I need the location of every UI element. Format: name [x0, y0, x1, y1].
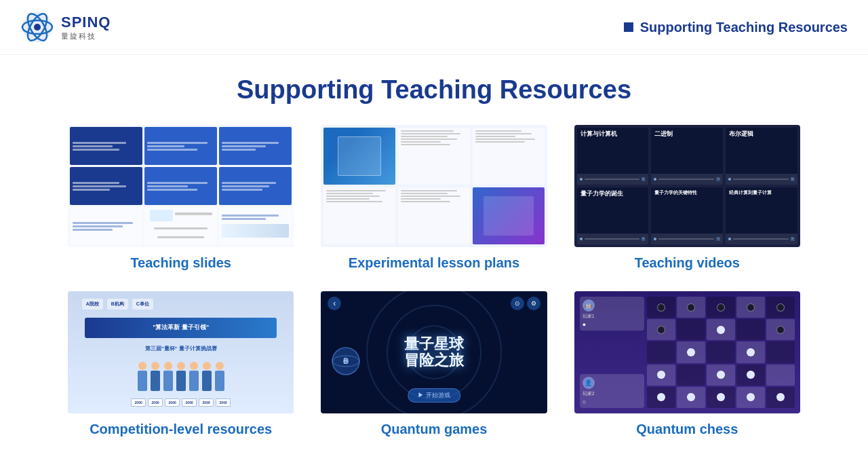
chess-cell: [677, 341, 705, 362]
lesson-cell: [473, 128, 545, 185]
video-cell-2: 二进制 测: [651, 128, 723, 185]
lesson-cell: [323, 128, 395, 185]
slide-cell: [219, 207, 292, 245]
video-cell-1: 计算与计算机 教: [577, 128, 649, 185]
resource-item-competition-resources[interactable]: A院校 B机构 C单位 "算法革新 量子引领" 第三届"量杯" 量子计算挑战赛: [68, 291, 294, 437]
teaching-videos-thumbnail: 计算与计算机 教 二进制 测 布尔逻辑: [574, 125, 800, 247]
chess-cell: [736, 387, 765, 408]
slide-cell: [219, 127, 292, 165]
resource-item-quantum-chess[interactable]: 🤖 玩家1 ● 👤 玩家2 ○: [574, 291, 800, 437]
logo-name-en: SPINQ: [61, 14, 111, 31]
chess-cell: [677, 319, 705, 340]
quantum-games-thumbnail: ‹ ⊙ ⚙ B 量子星球 冒险之旅 ▶ 开始游戏: [321, 291, 547, 413]
lesson-cell: [473, 187, 545, 244]
resource-item-experimental-lesson-plans[interactable]: Experimental lesson plans: [321, 125, 547, 271]
chess-cell: [647, 341, 675, 362]
games-start-button[interactable]: ▶ 开始游戏: [408, 388, 460, 403]
chess-cell: [766, 319, 795, 340]
slide-cell: [70, 127, 142, 165]
chess-cell: [677, 365, 705, 386]
teaching-slides-thumbnail: [68, 125, 294, 247]
chess-cell: [766, 341, 795, 362]
chess-player-1-score: ●: [583, 321, 642, 328]
games-cn-subtitle: 冒险之旅: [404, 352, 464, 369]
chess-cell: [707, 297, 735, 318]
chess-cell: [736, 365, 765, 386]
chess-cell: [677, 297, 705, 318]
chess-cell: [736, 341, 765, 362]
page-title-section: Supporting Teaching Resources: [0, 55, 868, 118]
competition-thumbnail: A院校 B机构 C单位 "算法革新 量子引领" 第三届"量杯" 量子计算挑战赛: [68, 291, 294, 413]
slide-cell: [144, 167, 217, 205]
logo-area: SPINQ 量旋科技: [20, 10, 111, 44]
chess-cell: [736, 297, 765, 318]
header: SPINQ 量旋科技 Supporting Teaching Resources: [0, 0, 868, 55]
chess-board: [647, 297, 795, 408]
lesson-cell: [323, 187, 395, 244]
competition-resources-label: Competition-level resources: [90, 422, 272, 437]
video-cell-5: 量子力学的关键特性 测: [651, 187, 723, 244]
video-cell-4: 量子力学的诞生 教: [577, 187, 649, 244]
games-icon-btn-2: ⚙: [527, 297, 540, 310]
chess-cell: [766, 365, 795, 386]
lesson-plans-thumbnail: [321, 125, 547, 247]
svg-text:B: B: [343, 356, 349, 366]
chess-player-2-score: ○: [583, 398, 642, 405]
teaching-slides-label: Teaching slides: [130, 255, 231, 271]
chess-cell: [707, 365, 735, 386]
lesson-cell: [398, 128, 470, 185]
nav-title-area: Supporting Teaching Resources: [624, 20, 848, 35]
chess-cell: [647, 387, 675, 408]
video-cell-6: 经典计算到量子计算 教: [726, 187, 797, 244]
competition-bg: A院校 B机构 C单位 "算法革新 量子引领" 第三届"量杯" 量子计算挑战赛: [68, 291, 294, 413]
logo-name-cn: 量旋科技: [61, 31, 111, 41]
chess-player-1-avatar: 🤖: [583, 299, 595, 312]
chess-player-sidebar: 🤖 玩家1 ● 👤 玩家2 ○: [580, 297, 644, 408]
resource-item-quantum-games[interactable]: ‹ ⊙ ⚙ B 量子星球 冒险之旅 ▶ 开始游戏 Quantum game: [321, 291, 547, 437]
games-icon-buttons: ⊙ ⚙: [511, 297, 540, 310]
games-icon-btn-1: ⊙: [511, 297, 524, 310]
competition-banner: "算法革新 量子引领": [85, 318, 277, 338]
games-back-arrow: ‹: [328, 297, 341, 310]
chess-player-2-card: 👤 玩家2 ○: [580, 374, 644, 408]
games-cn-title: 量子星球: [404, 336, 464, 352]
svg-point-4: [34, 24, 41, 31]
quantum-chess-label: Quantum chess: [636, 422, 738, 437]
chess-cell: [707, 341, 735, 362]
chess-cell: [766, 387, 795, 408]
resources-grid: Teaching slides: [0, 118, 868, 458]
slide-cell: [70, 167, 142, 205]
spinq-logo-icon: [20, 10, 54, 44]
chess-player-1-card: 🤖 玩家1 ●: [580, 297, 644, 331]
resource-item-teaching-slides[interactable]: Teaching slides: [68, 125, 294, 271]
slide-cell: [144, 207, 217, 245]
teaching-videos-label: Teaching videos: [635, 255, 740, 271]
quantum-games-label: Quantum games: [381, 422, 488, 437]
chess-cell: [647, 297, 675, 318]
chess-cell: [647, 319, 675, 340]
page-main-title: Supporting Teaching Resources: [0, 75, 868, 105]
chess-player-2-name: 玩家2: [583, 390, 642, 397]
nav-title-square-icon: [624, 22, 633, 32]
games-topbar: ‹ ⊙ ⚙: [321, 297, 547, 310]
chess-cell: [707, 387, 735, 408]
chess-cell: [677, 387, 705, 408]
experimental-lesson-plans-label: Experimental lesson plans: [349, 255, 519, 271]
chess-cell: [766, 297, 795, 318]
video-cell-3: 布尔逻辑 教: [726, 128, 797, 185]
chess-cell: [707, 319, 735, 340]
quantum-ball-icon: B: [331, 346, 361, 377]
slide-cell: [144, 127, 217, 165]
chess-cell: [736, 319, 765, 340]
lesson-cell: [398, 187, 470, 244]
resource-item-teaching-videos[interactable]: 计算与计算机 教 二进制 测 布尔逻辑: [574, 125, 800, 271]
quantum-chess-thumbnail: 🤖 玩家1 ● 👤 玩家2 ○: [574, 291, 800, 413]
chess-player-1-name: 玩家1: [583, 313, 642, 320]
logo-text: SPINQ 量旋科技: [61, 14, 111, 41]
slide-cell: [70, 207, 142, 245]
nav-title-text: Supporting Teaching Resources: [640, 20, 848, 35]
chess-player-2-avatar: 👤: [583, 377, 595, 389]
slide-cell: [219, 167, 292, 205]
chess-cell: [647, 365, 675, 386]
